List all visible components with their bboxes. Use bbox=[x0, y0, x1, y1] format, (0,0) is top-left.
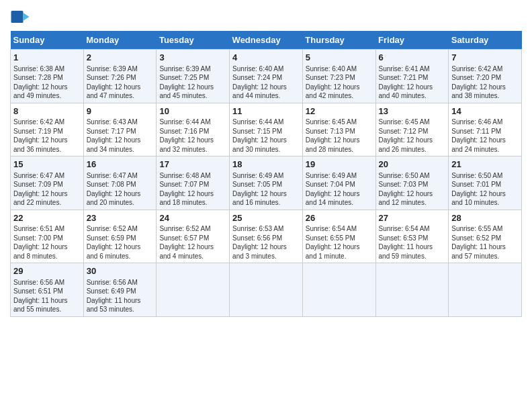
calendar-cell bbox=[302, 263, 375, 317]
svg-rect-0 bbox=[11, 11, 24, 23]
day-detail: Sunrise: 6:45 AM Sunset: 7:13 PM Dayligh… bbox=[306, 118, 373, 154]
calendar-cell bbox=[230, 263, 303, 317]
calendar-cell: 23Sunrise: 6:52 AM Sunset: 6:59 PM Dayli… bbox=[83, 210, 157, 263]
calendar-cell: 5Sunrise: 6:40 AM Sunset: 7:23 PM Daylig… bbox=[302, 50, 375, 103]
day-detail: Sunrise: 6:48 AM Sunset: 7:07 PM Dayligh… bbox=[159, 171, 226, 208]
day-number: 16 bbox=[87, 158, 154, 171]
calendar-cell: 30Sunrise: 6:56 AM Sunset: 6:49 PM Dayli… bbox=[83, 263, 157, 317]
day-number: 18 bbox=[232, 158, 300, 171]
day-detail: Sunrise: 6:55 AM Sunset: 6:52 PM Dayligh… bbox=[451, 224, 519, 261]
day-number: 24 bbox=[159, 212, 226, 224]
calendar-cell: 17Sunrise: 6:48 AM Sunset: 7:07 PM Dayli… bbox=[157, 156, 230, 210]
svg-marker-1 bbox=[24, 13, 30, 21]
day-detail: Sunrise: 6:39 AM Sunset: 7:25 PM Dayligh… bbox=[159, 64, 226, 101]
day-number: 3 bbox=[159, 52, 226, 64]
day-detail: Sunrise: 6:40 AM Sunset: 7:23 PM Dayligh… bbox=[306, 64, 373, 101]
header bbox=[10, 7, 522, 27]
calendar-cell: 27Sunrise: 6:54 AM Sunset: 6:53 PM Dayli… bbox=[375, 210, 449, 263]
calendar-cell: 3Sunrise: 6:39 AM Sunset: 7:25 PM Daylig… bbox=[157, 50, 230, 103]
day-number: 21 bbox=[451, 158, 519, 171]
day-number: 14 bbox=[451, 105, 519, 118]
day-detail: Sunrise: 6:49 AM Sunset: 7:05 PM Dayligh… bbox=[232, 171, 300, 208]
calendar-cell bbox=[157, 263, 230, 317]
day-number: 27 bbox=[379, 212, 446, 224]
calendar-cell: 28Sunrise: 6:55 AM Sunset: 6:52 PM Dayli… bbox=[449, 210, 522, 263]
day-number: 23 bbox=[87, 212, 154, 224]
calendar-table: SundayMondayTuesdayWednesdayThursdayFrid… bbox=[10, 31, 522, 317]
day-detail: Sunrise: 6:52 AM Sunset: 6:59 PM Dayligh… bbox=[87, 224, 154, 261]
calendar-cell: 24Sunrise: 6:52 AM Sunset: 6:57 PM Dayli… bbox=[157, 210, 230, 263]
day-detail: Sunrise: 6:49 AM Sunset: 7:04 PM Dayligh… bbox=[306, 171, 373, 208]
day-detail: Sunrise: 6:50 AM Sunset: 7:03 PM Dayligh… bbox=[379, 171, 446, 208]
calendar-cell: 9Sunrise: 6:43 AM Sunset: 7:17 PM Daylig… bbox=[83, 103, 157, 156]
calendar-cell bbox=[375, 263, 449, 317]
calendar-week-row: 8Sunrise: 6:42 AM Sunset: 7:19 PM Daylig… bbox=[11, 103, 522, 156]
day-number: 30 bbox=[87, 265, 154, 277]
calendar-cell: 6Sunrise: 6:41 AM Sunset: 7:21 PM Daylig… bbox=[375, 50, 449, 103]
logo-icon bbox=[10, 7, 30, 27]
calendar-cell: 7Sunrise: 6:42 AM Sunset: 7:20 PM Daylig… bbox=[449, 50, 522, 103]
day-detail: Sunrise: 6:44 AM Sunset: 7:16 PM Dayligh… bbox=[159, 118, 226, 154]
calendar-cell: 19Sunrise: 6:49 AM Sunset: 7:04 PM Dayli… bbox=[302, 156, 375, 210]
calendar-cell: 14Sunrise: 6:46 AM Sunset: 7:11 PM Dayli… bbox=[449, 103, 522, 156]
day-number: 11 bbox=[232, 105, 300, 118]
day-number: 28 bbox=[451, 212, 519, 224]
calendar-cell: 20Sunrise: 6:50 AM Sunset: 7:03 PM Dayli… bbox=[375, 156, 449, 210]
calendar-cell: 16Sunrise: 6:47 AM Sunset: 7:08 PM Dayli… bbox=[83, 156, 157, 210]
calendar-cell: 21Sunrise: 6:50 AM Sunset: 7:01 PM Dayli… bbox=[449, 156, 522, 210]
calendar-body: 1Sunrise: 6:38 AM Sunset: 7:28 PM Daylig… bbox=[11, 50, 522, 317]
day-detail: Sunrise: 6:46 AM Sunset: 7:11 PM Dayligh… bbox=[451, 118, 519, 154]
day-detail: Sunrise: 6:45 AM Sunset: 7:12 PM Dayligh… bbox=[379, 118, 446, 154]
day-header: Tuesday bbox=[157, 31, 230, 50]
calendar-week-row: 29Sunrise: 6:56 AM Sunset: 6:51 PM Dayli… bbox=[11, 263, 522, 317]
calendar-cell: 13Sunrise: 6:45 AM Sunset: 7:12 PM Dayli… bbox=[375, 103, 449, 156]
day-detail: Sunrise: 6:39 AM Sunset: 7:26 PM Dayligh… bbox=[87, 64, 154, 101]
calendar-cell: 22Sunrise: 6:51 AM Sunset: 7:00 PM Dayli… bbox=[11, 210, 84, 263]
calendar-cell: 10Sunrise: 6:44 AM Sunset: 7:16 PM Dayli… bbox=[157, 103, 230, 156]
day-number: 5 bbox=[306, 52, 373, 64]
calendar-cell: 25Sunrise: 6:53 AM Sunset: 6:56 PM Dayli… bbox=[230, 210, 303, 263]
calendar-week-row: 15Sunrise: 6:47 AM Sunset: 7:09 PM Dayli… bbox=[11, 156, 522, 210]
day-number: 12 bbox=[306, 105, 373, 118]
day-detail: Sunrise: 6:54 AM Sunset: 6:55 PM Dayligh… bbox=[306, 224, 373, 261]
day-detail: Sunrise: 6:42 AM Sunset: 7:19 PM Dayligh… bbox=[13, 118, 81, 154]
day-header: Monday bbox=[83, 31, 157, 50]
day-number: 26 bbox=[306, 212, 373, 224]
day-number: 8 bbox=[13, 105, 81, 118]
day-header: Sunday bbox=[11, 31, 84, 50]
calendar-cell: 29Sunrise: 6:56 AM Sunset: 6:51 PM Dayli… bbox=[11, 263, 84, 317]
day-number: 6 bbox=[379, 52, 446, 64]
calendar-week-row: 1Sunrise: 6:38 AM Sunset: 7:28 PM Daylig… bbox=[11, 50, 522, 103]
day-detail: Sunrise: 6:42 AM Sunset: 7:20 PM Dayligh… bbox=[451, 64, 519, 101]
day-header: Thursday bbox=[302, 31, 375, 50]
day-number: 4 bbox=[232, 52, 300, 64]
day-number: 10 bbox=[159, 105, 226, 118]
day-detail: Sunrise: 6:43 AM Sunset: 7:17 PM Dayligh… bbox=[87, 118, 154, 154]
day-number: 2 bbox=[87, 52, 154, 64]
logo bbox=[10, 7, 33, 27]
calendar-cell: 11Sunrise: 6:44 AM Sunset: 7:15 PM Dayli… bbox=[230, 103, 303, 156]
day-header: Saturday bbox=[449, 31, 522, 50]
day-detail: Sunrise: 6:51 AM Sunset: 7:00 PM Dayligh… bbox=[13, 224, 81, 261]
day-header: Wednesday bbox=[230, 31, 303, 50]
day-detail: Sunrise: 6:56 AM Sunset: 6:51 PM Dayligh… bbox=[13, 278, 81, 314]
day-number: 25 bbox=[232, 212, 300, 224]
day-number: 19 bbox=[306, 158, 373, 171]
calendar-cell: 12Sunrise: 6:45 AM Sunset: 7:13 PM Dayli… bbox=[302, 103, 375, 156]
calendar-cell: 26Sunrise: 6:54 AM Sunset: 6:55 PM Dayli… bbox=[302, 210, 375, 263]
day-detail: Sunrise: 6:47 AM Sunset: 7:09 PM Dayligh… bbox=[13, 171, 81, 208]
day-number: 17 bbox=[159, 158, 226, 171]
day-detail: Sunrise: 6:38 AM Sunset: 7:28 PM Dayligh… bbox=[13, 64, 81, 101]
day-detail: Sunrise: 6:47 AM Sunset: 7:08 PM Dayligh… bbox=[87, 171, 154, 208]
calendar-cell bbox=[449, 263, 522, 317]
day-detail: Sunrise: 6:41 AM Sunset: 7:21 PM Dayligh… bbox=[379, 64, 446, 101]
calendar-cell: 4Sunrise: 6:40 AM Sunset: 7:24 PM Daylig… bbox=[230, 50, 303, 103]
day-detail: Sunrise: 6:53 AM Sunset: 6:56 PM Dayligh… bbox=[232, 224, 300, 261]
day-number: 20 bbox=[379, 158, 446, 171]
calendar-cell: 15Sunrise: 6:47 AM Sunset: 7:09 PM Dayli… bbox=[11, 156, 84, 210]
calendar-cell: 18Sunrise: 6:49 AM Sunset: 7:05 PM Dayli… bbox=[230, 156, 303, 210]
calendar-cell: 8Sunrise: 6:42 AM Sunset: 7:19 PM Daylig… bbox=[11, 103, 84, 156]
day-number: 1 bbox=[13, 52, 81, 64]
calendar-cell: 2Sunrise: 6:39 AM Sunset: 7:26 PM Daylig… bbox=[83, 50, 157, 103]
calendar-week-row: 22Sunrise: 6:51 AM Sunset: 7:00 PM Dayli… bbox=[11, 210, 522, 263]
